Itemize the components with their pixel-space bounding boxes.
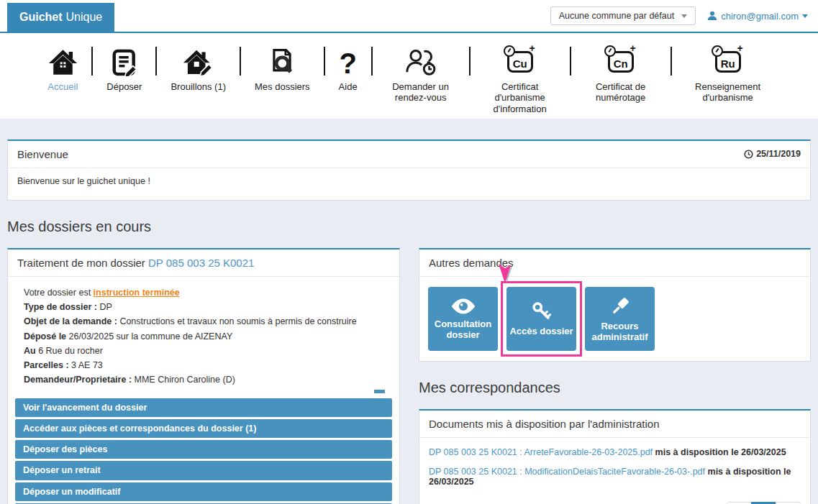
- dossier-panel-header: Traitement de mon dossier DP 085 003 25 …: [8, 249, 399, 277]
- correspondances-panel: Documents mis à disposition par l'admini…: [419, 409, 811, 504]
- top-header: Guichet Unique Aucune commune par défaut…: [0, 0, 818, 33]
- nav-item-accueil[interactable]: Accueil: [43, 45, 82, 92]
- section-heading-dossiers: Mes dossiers en cours: [7, 219, 811, 235]
- dossier-details: Votre dossier est instruction terminée T…: [24, 285, 392, 388]
- tile-label: Accès dossier: [509, 326, 575, 336]
- nav-label: Brouillons (1): [171, 81, 226, 92]
- nav-label: Mes dossiers: [255, 81, 310, 92]
- chevron-down-icon: [681, 14, 687, 18]
- app-logo[interactable]: Guichet Unique: [7, 3, 114, 32]
- ru-badge-icon: Ru +: [712, 45, 745, 76]
- action-deposer-modificatif[interactable]: Déposer un modificatif: [15, 482, 392, 501]
- nav-label: Renseignement d'urbanisme: [686, 81, 771, 104]
- nav-item-aide[interactable]: ? Aide: [335, 45, 362, 92]
- dossier-actions: Voir l'avancement du dossier Accéder aux…: [15, 398, 392, 504]
- nav-separator: [91, 47, 93, 75]
- nav-separator: [371, 47, 373, 75]
- nav-label: Déposer: [106, 81, 142, 92]
- drafts-house-pencil-icon: [183, 45, 214, 76]
- nav-label: Aide: [339, 81, 358, 92]
- welcome-date: 25/11/2019: [744, 149, 801, 159]
- cu-badge-icon: Cu +: [504, 45, 537, 76]
- chevron-down-icon: [802, 14, 808, 18]
- autres-demandes-title: Autres demandes: [419, 249, 810, 277]
- annotation-cursor-icon: [497, 262, 514, 285]
- nav-label: Demander un rendez-vous: [386, 81, 455, 104]
- action-acceder-pieces[interactable]: Accéder aux pièces et correspondances du…: [15, 419, 392, 438]
- action-voir-avancement[interactable]: Voir l'avancement du dossier: [15, 398, 392, 417]
- cn-badge-icon: Cn +: [604, 45, 637, 76]
- tile-consultation-dossier[interactable]: Consultation dossier: [428, 287, 498, 351]
- nav-separator: [469, 47, 471, 75]
- eye-icon: [450, 298, 476, 315]
- home-icon: [48, 45, 78, 76]
- action-deposer-retrait[interactable]: Déposer un retrait: [15, 461, 392, 480]
- page-content: Bienvenue 25/11/2019 Bienvenue sur le gu…: [0, 139, 818, 504]
- welcome-title: Bienvenue: [17, 148, 68, 160]
- document-link[interactable]: DP 085 003 25 K0021 : ArreteFavorable-26…: [429, 447, 653, 457]
- nav-separator: [324, 47, 325, 75]
- nav-separator: [570, 47, 571, 75]
- tile-acces-dossier[interactable]: Accès dossier: [506, 287, 576, 351]
- collapse-minus-toggle[interactable]: [374, 390, 385, 393]
- welcome-panel: Bienvenue 25/11/2019 Bienvenue sur le gu…: [7, 139, 811, 201]
- tile-label: Recours administratif: [587, 321, 653, 343]
- main-navigation: Accueil Déposer Brouillons (1) Mes dossi…: [0, 33, 818, 119]
- document-suffix: mis à disposition le 26/03/2025: [655, 447, 786, 457]
- nav-separator: [240, 47, 241, 75]
- dossier-field: Au 6 Rue du rocher: [24, 344, 392, 358]
- dossier-field: Parcelles : 3 AE 73: [24, 358, 392, 372]
- nav-item-renseignement-urbanisme[interactable]: Ru + Renseignement d'urbanisme: [681, 45, 775, 104]
- welcome-panel-header: Bienvenue 25/11/2019: [8, 141, 810, 168]
- section-heading-correspondances: Mes correspondances: [419, 380, 811, 396]
- user-email: chiron@gmail.com: [721, 11, 799, 22]
- key-icon: [531, 301, 553, 322]
- document-row: DP 085 003 25 K0021 : ArreteFavorable-26…: [419, 438, 810, 460]
- document-link[interactable]: DP 085 003 25 K0021 : ModificationDelais…: [429, 467, 705, 477]
- nav-item-deposer[interactable]: Déposer: [102, 45, 146, 92]
- nav-label: Certificat de numérotage: [585, 81, 657, 104]
- nav-item-certificat-numerotage[interactable]: Cn + Certificat de numérotage: [581, 45, 661, 104]
- dossier-field: Déposé le 26/03/2025 sur la commune de A…: [24, 329, 392, 344]
- user-icon: [707, 11, 717, 21]
- action-deposer-pieces[interactable]: Déposer des pièces: [15, 440, 392, 459]
- nav-separator: [671, 47, 672, 75]
- nav-item-brouillons[interactable]: Brouillons (1): [166, 45, 230, 92]
- welcome-message: Bienvenue sur le guichet unique !: [8, 168, 810, 200]
- dossier-field: Objet de la demande : Constructions et t…: [24, 314, 392, 329]
- deposit-form-icon: [111, 45, 138, 76]
- dossier-status-link[interactable]: instruction terminée: [94, 288, 180, 298]
- folder-search-icon: [268, 45, 296, 76]
- autres-demandes-panel: Autres demandes Consultation dossier: [419, 248, 811, 362]
- document-row: DP 085 003 25 K0021 : ModificationDelais…: [419, 460, 810, 490]
- gavel-icon: [609, 295, 631, 317]
- nav-item-rendez-vous[interactable]: Demander un rendez-vous: [382, 45, 460, 104]
- user-menu[interactable]: chiron@gmail.com: [707, 11, 808, 22]
- dossier-title-prefix: Traitement de mon dossier: [17, 257, 145, 269]
- dossier-status-line: Votre dossier est instruction terminée: [24, 285, 392, 300]
- appointment-people-clock-icon: [404, 45, 437, 76]
- dossier-panel: Traitement de mon dossier DP 085 003 25 …: [7, 248, 400, 504]
- clock-icon: [744, 150, 753, 159]
- commune-select[interactable]: Aucune commune par défaut: [550, 6, 696, 25]
- help-question-icon: ?: [339, 45, 356, 76]
- dossier-field: Type de dossier : DP: [24, 300, 392, 314]
- nav-label: Certificat d'urbanisme d'information: [484, 81, 556, 114]
- topbar-right: Aucune commune par défaut chiron@gmail.c…: [550, 6, 808, 32]
- dossier-number-link[interactable]: DP 085 003 25 K0021: [148, 257, 254, 269]
- dossier-body: Votre dossier est instruction terminée T…: [8, 277, 399, 504]
- nav-item-certificat-urbanisme-information[interactable]: Cu + Certificat d'urbanisme d'informatio…: [480, 45, 560, 114]
- annotation-highlight-box: Accès dossier: [501, 281, 582, 357]
- dossier-field: Demandeur/Proprietaire : MME Chiron Caro…: [24, 372, 392, 387]
- nav-item-mes-dossiers[interactable]: Mes dossiers: [250, 45, 314, 92]
- pagination-row: De 1 à 2 sur 2 lignes ← 1 →: [419, 490, 810, 504]
- autres-demandes-tiles: Consultation dossier Accès dossier: [419, 277, 810, 361]
- correspondances-panel-title: Documents mis à disposition par l'admini…: [419, 411, 810, 438]
- tile-label: Consultation dossier: [430, 319, 496, 341]
- nav-label: Accueil: [47, 81, 78, 92]
- tile-recours-administratif[interactable]: Recours administratif: [585, 287, 655, 351]
- nav-separator: [155, 47, 157, 75]
- brand-bold: Guichet: [19, 11, 63, 24]
- brand-light: Unique: [66, 11, 103, 24]
- commune-select-value: Aucune commune par défaut: [559, 11, 675, 21]
